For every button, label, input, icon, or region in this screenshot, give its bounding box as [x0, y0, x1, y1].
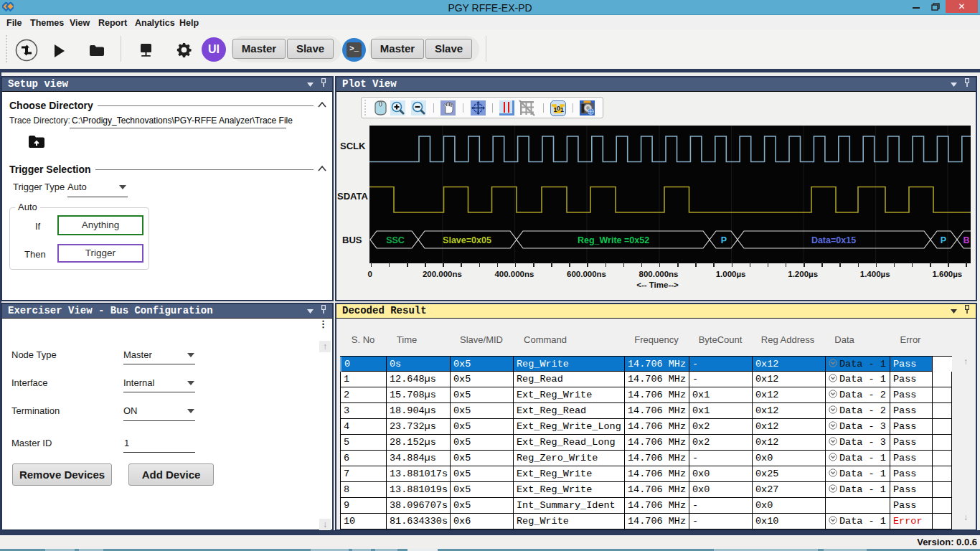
svg-text:Slave=0x05: Slave=0x05: [443, 235, 491, 245]
svg-text:SSC: SSC: [386, 235, 405, 245]
svg-text:P: P: [721, 235, 727, 245]
svg-text:Reg_Write =0x52: Reg_Write =0x52: [578, 235, 649, 245]
svg-text:B: B: [963, 235, 969, 245]
svg-text:1: 1: [560, 106, 564, 113]
svg-text:P: P: [941, 235, 946, 245]
svg-text:Data=0x15: Data=0x15: [811, 235, 856, 245]
